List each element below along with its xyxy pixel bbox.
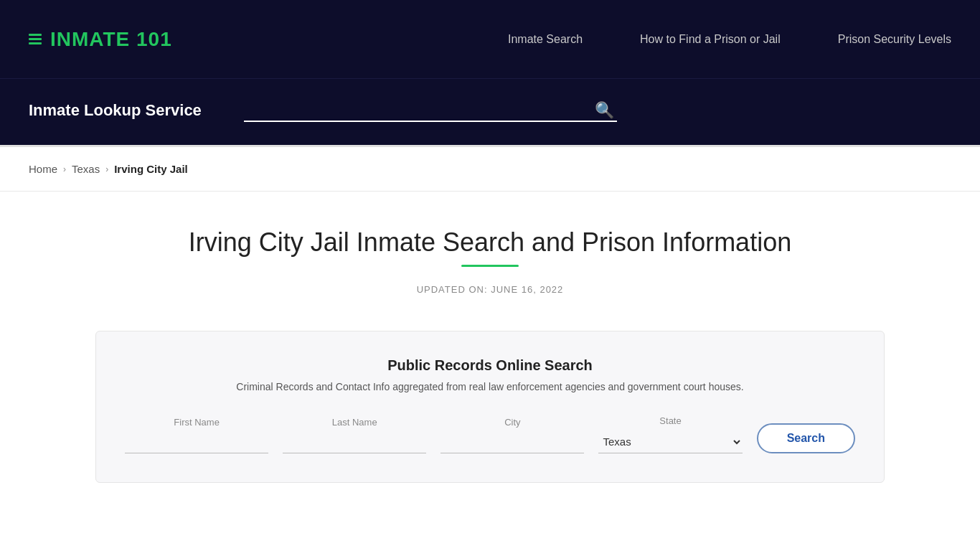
breadcrumb-chevron-2: › bbox=[105, 164, 108, 174]
first-name-label: First Name bbox=[125, 417, 268, 428]
page-title: Irving City Jail Inmate Search and Priso… bbox=[29, 227, 951, 258]
first-name-input[interactable] bbox=[125, 432, 268, 453]
last-name-label: Last Name bbox=[283, 417, 426, 428]
state-label: State bbox=[598, 415, 742, 426]
search-form-row: First Name Last Name City State Texas Al… bbox=[125, 415, 855, 453]
title-underline bbox=[461, 265, 519, 267]
state-field: State Texas Alabama Alaska Arizona Calif… bbox=[598, 415, 742, 453]
logo[interactable]: INMATE 101 bbox=[29, 28, 172, 51]
breadcrumb-chevron-1: › bbox=[63, 164, 66, 174]
state-select[interactable]: Texas Alabama Alaska Arizona California … bbox=[598, 430, 742, 453]
breadcrumb-state[interactable]: Texas bbox=[72, 163, 100, 175]
search-icon-button[interactable]: 🔍 bbox=[595, 101, 614, 120]
search-section-label: Inmate Lookup Service bbox=[29, 101, 215, 120]
logo-text: INMATE 101 bbox=[50, 28, 172, 51]
search-card: Public Records Online Search Criminal Re… bbox=[95, 331, 885, 483]
city-input[interactable] bbox=[440, 432, 584, 453]
search-section: Inmate Lookup Service 🔍 bbox=[0, 79, 980, 147]
city-field: City bbox=[440, 417, 584, 453]
breadcrumb: Home › Texas › Irving City Jail bbox=[0, 147, 980, 192]
nav-security-levels[interactable]: Prison Security Levels bbox=[838, 33, 951, 45]
main-content: Irving City Jail Inmate Search and Priso… bbox=[0, 192, 980, 512]
search-input-wrap: 🔍 bbox=[244, 99, 617, 122]
nav-inmate-search[interactable]: Inmate Search bbox=[508, 33, 583, 45]
breadcrumb-home[interactable]: Home bbox=[29, 163, 57, 175]
breadcrumb-current: Irving City Jail bbox=[114, 163, 188, 175]
top-navigation: INMATE 101 Inmate Search How to Find a P… bbox=[0, 0, 980, 79]
city-label: City bbox=[440, 417, 584, 428]
search-button[interactable]: Search bbox=[757, 423, 855, 453]
last-name-input[interactable] bbox=[283, 432, 426, 453]
logo-bars-icon bbox=[29, 34, 42, 44]
last-name-field: Last Name bbox=[283, 417, 426, 453]
search-card-title: Public Records Online Search bbox=[125, 357, 855, 374]
nav-how-to-find[interactable]: How to Find a Prison or Jail bbox=[640, 33, 781, 45]
nav-links: Inmate Search How to Find a Prison or Ja… bbox=[508, 33, 951, 46]
search-card-description: Criminal Records and Contact Info aggreg… bbox=[125, 381, 855, 392]
updated-text: UPDATED ON: JUNE 16, 2022 bbox=[29, 284, 951, 295]
search-input[interactable] bbox=[244, 99, 617, 122]
first-name-field: First Name bbox=[125, 417, 268, 453]
search-icon: 🔍 bbox=[595, 101, 614, 119]
